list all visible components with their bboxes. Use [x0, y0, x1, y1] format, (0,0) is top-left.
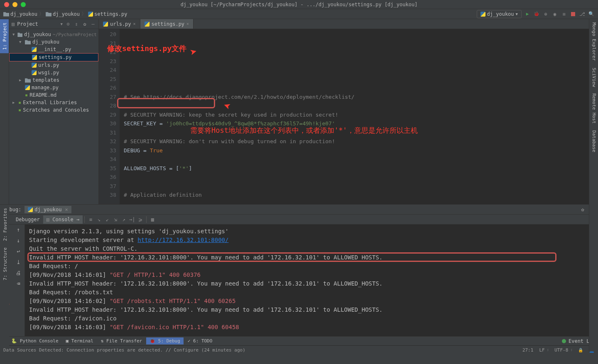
navigation-bar: dj_youkou 〉 dj_youkou 〉 settings.py dj_y…	[0, 9, 598, 19]
bottom-tab-5-Debug[interactable]: 🐞 5: Debug	[146, 337, 184, 344]
window-title: dj_youkou [~/PycharmProjects/dj_youkou] …	[181, 2, 418, 7]
right-tool-window-bar: Mongo Explorer SciView Remote Host Datab…	[589, 19, 598, 352]
project-tool-window-button[interactable]: 1: Project	[0, 19, 9, 53]
remote-host-button[interactable]: Remote Host	[589, 90, 598, 127]
soft-wrap-icon[interactable]: ↩	[15, 248, 22, 254]
editor: urls.py×settings.py× 2021222324252627282…	[99, 19, 598, 204]
lock-icon[interactable]	[578, 347, 583, 353]
tree-item-README-md[interactable]: ▪README.md	[9, 91, 98, 99]
settings-icon[interactable]: ✿	[82, 21, 88, 27]
evaluate-icon[interactable]: ⩾	[136, 215, 145, 224]
tree-item-Scratches-and-Consoles[interactable]: ▪Scratches and Consoles	[9, 106, 98, 114]
close-window-button[interactable]	[4, 2, 9, 7]
tree-item-__init__-py[interactable]: __init__.py	[9, 46, 98, 53]
folder-icon	[17, 32, 22, 37]
concurrency-button[interactable]: ≡	[561, 11, 567, 17]
py-icon	[32, 55, 37, 60]
status-message[interactable]: Data Sources Detected: Connection proper…	[3, 347, 245, 353]
py-icon	[32, 47, 37, 52]
django-icon	[480, 12, 485, 17]
editor-tabs: urls.py×settings.py×	[99, 19, 598, 29]
hide-icon[interactable]: —	[90, 21, 96, 27]
tree-item-urls-py[interactable]: urls.py	[9, 61, 98, 69]
status-bar: Data Sources Detected: Connection proper…	[0, 345, 598, 354]
tree-item-manage-py[interactable]: manage.py	[9, 84, 98, 91]
tree-item-External-Libraries[interactable]: ▶▪External Libraries	[9, 99, 98, 106]
run-configuration-selector[interactable]: dj_youkou ▼	[477, 10, 522, 18]
vcs-button[interactable]: ⎇	[579, 11, 586, 17]
editor-tab-settings-py[interactable]: settings.py×	[140, 19, 194, 29]
event-indicator-icon	[562, 339, 566, 343]
layout-icon[interactable]: ▦	[148, 215, 157, 224]
django-icon	[28, 207, 33, 212]
run-to-cursor-icon[interactable]: →|	[128, 215, 136, 224]
run-with-coverage-button[interactable]: ⊕	[542, 11, 549, 17]
tree-item-dj_youkou[interactable]: ▼dj_youkou ~/PycharmProject	[9, 31, 98, 38]
debugger-tab[interactable]: Debugger	[12, 215, 43, 224]
sciview-button[interactable]: SciView	[589, 64, 598, 90]
mongo-explorer-button[interactable]: Mongo Explorer	[589, 19, 598, 64]
collapse-all-icon[interactable]: ⇕	[74, 21, 79, 27]
run-button[interactable]	[524, 11, 531, 17]
left-tool-window-bar: 1: Project	[0, 19, 9, 204]
project-tree[interactable]: ▼dj_youkou ~/PycharmProject▼dj_youkou__i…	[9, 29, 98, 204]
bottom-tab-Python-Console[interactable]: 🐍 Python Console	[8, 337, 61, 344]
console-output[interactable]: Django version 2.1.3, using settings 'dj…	[25, 225, 598, 336]
step-over-icon[interactable]: ≡	[86, 215, 95, 224]
tree-item-settings-py[interactable]: settings.py	[9, 53, 98, 61]
debug-session-label: dj_youkou	[34, 207, 61, 213]
bottom-tab-6-TODO[interactable]: ✓ 6: TODO	[184, 337, 216, 344]
up-stack-icon[interactable]: ↑	[15, 226, 22, 233]
minimize-window-button[interactable]	[12, 2, 17, 7]
annotation-text: 修改settings.py文件	[107, 44, 186, 53]
annotation-box	[117, 98, 215, 108]
console-tab[interactable]: ▤ Console →	[43, 215, 83, 224]
close-icon[interactable]: ×	[65, 207, 68, 213]
annotation-arrow-icon: ➤	[189, 47, 199, 57]
py-icon	[32, 63, 37, 68]
debug-button[interactable]	[533, 11, 540, 17]
folder-icon	[3, 12, 9, 17]
breadcrumb-item[interactable]: settings.py	[88, 11, 127, 17]
lib-icon: ▪	[18, 100, 21, 105]
profile-button[interactable]: ◉	[551, 11, 558, 17]
debug-session-tab[interactable]: dj_youkou ×	[25, 206, 71, 213]
line-gutter[interactable]: 20212223242526272829303132333435363738	[99, 29, 120, 204]
step-into-my-code-icon[interactable]: ↙	[103, 215, 111, 224]
project-panel-title: Project	[17, 21, 58, 27]
bottom-tab-Terminal[interactable]: ▣ Terminal	[63, 337, 97, 344]
step-out-icon[interactable]: ↗	[120, 215, 128, 224]
code-content[interactable]: 修改settings.py文件 ➤ ➤ 需要将Host地址添加在这个列表中，或者…	[120, 29, 598, 204]
titlebar: dj_youkou [~/PycharmProjects/dj_youkou] …	[0, 0, 598, 9]
print-icon[interactable]: 🖨	[15, 269, 22, 276]
breadcrumb-item[interactable]: dj_youkou	[46, 11, 80, 17]
tree-item-dj_youkou[interactable]: ▼dj_youkou	[9, 38, 98, 46]
stop-button[interactable]	[570, 11, 576, 17]
file-encoding[interactable]: UTF-8 ⦂	[554, 347, 572, 353]
clear-icon[interactable]: ⌫	[15, 280, 22, 287]
py-icon	[25, 85, 30, 90]
editor-tab-urls-py[interactable]: urls.py×	[99, 19, 140, 29]
search-everywhere-button[interactable]	[588, 11, 595, 17]
left-lower-tool-bar: 2: Favorites 7: Structure	[0, 205, 9, 346]
md-icon: ▪	[25, 92, 28, 98]
database-button[interactable]: Database	[589, 127, 598, 156]
maximize-window-button[interactable]	[21, 2, 26, 7]
line-separator[interactable]: LF ⦂	[539, 347, 549, 353]
breadcrumb-item[interactable]: dj_youkou	[3, 11, 37, 17]
step-into-icon[interactable]: ↘	[95, 215, 103, 224]
cursor-position[interactable]: 27:1	[522, 347, 534, 353]
bottom-tab-File-Transfer[interactable]: ⇅ File Transfer	[98, 337, 145, 344]
tree-item-wsgi-py[interactable]: wsgi.py	[9, 69, 98, 76]
py-icon	[32, 70, 37, 75]
folder-icon	[25, 39, 31, 44]
settings-icon[interactable]: ✿	[580, 207, 586, 213]
favorites-button[interactable]: 2: Favorites	[0, 205, 9, 244]
tree-item-templates[interactable]: ▶templates	[9, 76, 98, 84]
down-stack-icon[interactable]: ↓	[15, 237, 22, 244]
project-tool-window: ▤ Project ▼ ⊙ ⇕ ✿ — ▼dj_youkou ~/Pycharm…	[9, 19, 99, 204]
force-step-into-icon[interactable]: ⇲	[111, 215, 120, 224]
structure-button[interactable]: 7: Structure	[0, 244, 9, 283]
scroll-from-source-icon[interactable]: ⊙	[65, 21, 71, 27]
scroll-to-end-icon[interactable]: ⤓	[15, 259, 22, 265]
